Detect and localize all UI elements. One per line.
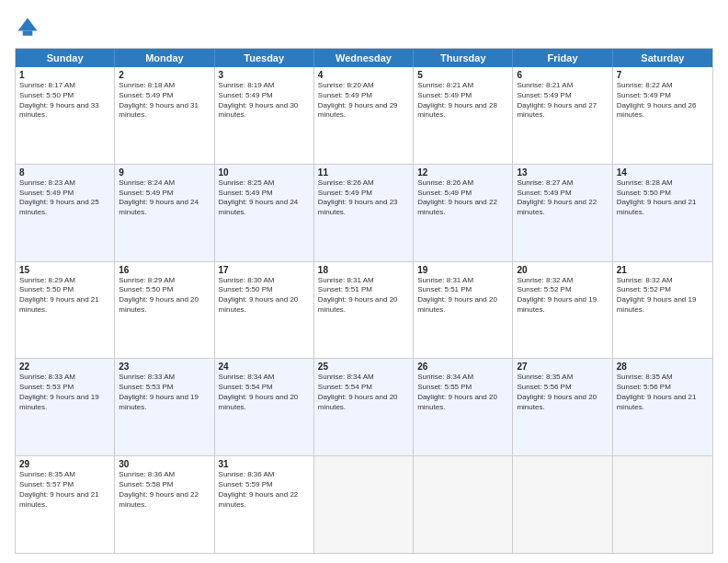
cal-cell-w1d2: 2Sunrise: 8:18 AM Sunset: 5:49 PM Daylig… [115, 67, 214, 164]
day-number: 14 [617, 167, 709, 178]
cal-cell-w2d4: 11Sunrise: 8:26 AM Sunset: 5:49 PM Dayli… [314, 165, 414, 261]
day-number: 13 [517, 167, 608, 178]
cell-info: Sunrise: 8:35 AM Sunset: 5:56 PM Dayligh… [517, 373, 608, 412]
cal-cell-w4d3: 24Sunrise: 8:34 AM Sunset: 5:54 PM Dayli… [215, 359, 314, 455]
cal-cell-w4d1: 22Sunrise: 8:33 AM Sunset: 5:53 PM Dayli… [16, 359, 115, 455]
day-number: 31 [219, 459, 310, 469]
col-monday: Monday [115, 49, 214, 67]
day-number: 3 [219, 70, 310, 80]
cell-info: Sunrise: 8:33 AM Sunset: 5:53 PM Dayligh… [19, 373, 110, 412]
day-number: 9 [119, 167, 210, 178]
week-row-2: 8Sunrise: 8:23 AM Sunset: 5:49 PM Daylig… [16, 165, 712, 262]
col-saturday: Saturday [613, 49, 712, 67]
col-thursday: Thursday [414, 49, 513, 67]
cell-info: Sunrise: 8:25 AM Sunset: 5:49 PM Dayligh… [219, 178, 310, 218]
cal-cell-w3d5: 19Sunrise: 8:31 AM Sunset: 5:51 PM Dayli… [414, 262, 513, 359]
cell-info: Sunrise: 8:24 AM Sunset: 5:49 PM Dayligh… [119, 178, 210, 218]
page: Sunday Monday Tuesday Wednesday Thursday… [0, 0, 728, 563]
svg-marker-0 [18, 18, 38, 31]
cell-info: Sunrise: 8:26 AM Sunset: 5:49 PM Dayligh… [318, 178, 409, 218]
day-number: 7 [617, 70, 709, 80]
cal-cell-w3d1: 15Sunrise: 8:29 AM Sunset: 5:50 PM Dayli… [16, 262, 115, 359]
week-row-3: 15Sunrise: 8:29 AM Sunset: 5:50 PM Dayli… [16, 262, 712, 360]
day-number: 20 [517, 265, 608, 275]
day-number: 24 [219, 362, 310, 372]
cell-info: Sunrise: 8:35 AM Sunset: 5:56 PM Dayligh… [617, 373, 709, 412]
day-number: 23 [119, 362, 210, 372]
cal-cell-w1d1: 1Sunrise: 8:17 AM Sunset: 5:50 PM Daylig… [16, 67, 115, 164]
cal-cell-w3d7: 21Sunrise: 8:32 AM Sunset: 5:52 PM Dayli… [613, 262, 712, 359]
cell-info: Sunrise: 8:26 AM Sunset: 5:49 PM Dayligh… [417, 178, 508, 218]
week-row-1: 1Sunrise: 8:17 AM Sunset: 5:50 PM Daylig… [16, 67, 712, 165]
cal-cell-w2d7: 14Sunrise: 8:28 AM Sunset: 5:50 PM Dayli… [613, 165, 712, 261]
cal-cell-w1d4: 4Sunrise: 8:20 AM Sunset: 5:49 PM Daylig… [314, 67, 414, 164]
cell-info: Sunrise: 8:22 AM Sunset: 5:49 PM Dayligh… [617, 81, 709, 121]
cell-info: Sunrise: 8:34 AM Sunset: 5:55 PM Dayligh… [417, 373, 508, 412]
cell-info: Sunrise: 8:31 AM Sunset: 5:51 PM Dayligh… [318, 276, 409, 316]
day-number: 16 [119, 265, 210, 275]
cell-info: Sunrise: 8:36 AM Sunset: 5:59 PM Dayligh… [219, 470, 310, 510]
day-number: 21 [617, 265, 709, 275]
cal-cell-w3d4: 18Sunrise: 8:31 AM Sunset: 5:51 PM Dayli… [314, 262, 414, 359]
day-number: 19 [417, 265, 508, 275]
cal-cell-w5d6 [513, 456, 612, 553]
cal-cell-w2d2: 9Sunrise: 8:24 AM Sunset: 5:49 PM Daylig… [115, 165, 214, 261]
cell-info: Sunrise: 8:30 AM Sunset: 5:50 PM Dayligh… [219, 276, 310, 316]
cell-info: Sunrise: 8:36 AM Sunset: 5:58 PM Dayligh… [119, 470, 210, 510]
cal-cell-w1d5: 5Sunrise: 8:21 AM Sunset: 5:49 PM Daylig… [414, 67, 513, 164]
cell-info: Sunrise: 8:21 AM Sunset: 5:49 PM Dayligh… [517, 81, 608, 121]
col-friday: Friday [513, 49, 612, 67]
cal-cell-w3d3: 17Sunrise: 8:30 AM Sunset: 5:50 PM Dayli… [215, 262, 314, 359]
cell-info: Sunrise: 8:20 AM Sunset: 5:49 PM Dayligh… [318, 81, 409, 121]
cell-info: Sunrise: 8:18 AM Sunset: 5:49 PM Dayligh… [119, 81, 210, 121]
col-wednesday: Wednesday [314, 49, 414, 67]
week-row-5: 29Sunrise: 8:35 AM Sunset: 5:57 PM Dayli… [16, 456, 712, 553]
cell-info: Sunrise: 8:35 AM Sunset: 5:57 PM Dayligh… [19, 470, 110, 510]
day-number: 11 [318, 167, 409, 178]
day-number: 29 [19, 459, 110, 469]
day-number: 28 [617, 362, 709, 372]
cell-info: Sunrise: 8:31 AM Sunset: 5:51 PM Dayligh… [417, 276, 508, 316]
day-number: 25 [318, 362, 409, 372]
cal-cell-w5d3: 31Sunrise: 8:36 AM Sunset: 5:59 PM Dayli… [215, 456, 314, 553]
cal-cell-w1d7: 7Sunrise: 8:22 AM Sunset: 5:49 PM Daylig… [613, 67, 712, 164]
cell-info: Sunrise: 8:28 AM Sunset: 5:50 PM Dayligh… [617, 178, 709, 218]
calendar-header: Sunday Monday Tuesday Wednesday Thursday… [16, 49, 712, 67]
cal-cell-w2d3: 10Sunrise: 8:25 AM Sunset: 5:49 PM Dayli… [215, 165, 314, 261]
col-sunday: Sunday [16, 49, 115, 67]
cal-cell-w5d7 [613, 456, 712, 553]
day-number: 30 [119, 459, 210, 469]
cal-cell-w5d5 [414, 456, 513, 553]
calendar-body: 1Sunrise: 8:17 AM Sunset: 5:50 PM Daylig… [16, 67, 712, 553]
cell-info: Sunrise: 8:33 AM Sunset: 5:53 PM Dayligh… [119, 373, 210, 412]
day-number: 8 [19, 167, 110, 178]
cal-cell-w4d5: 26Sunrise: 8:34 AM Sunset: 5:55 PM Dayli… [414, 359, 513, 455]
cell-info: Sunrise: 8:19 AM Sunset: 5:49 PM Dayligh… [219, 81, 310, 121]
cal-cell-w5d2: 30Sunrise: 8:36 AM Sunset: 5:58 PM Dayli… [115, 456, 214, 553]
day-number: 26 [417, 362, 508, 372]
svg-rect-1 [23, 31, 33, 36]
cell-info: Sunrise: 8:23 AM Sunset: 5:49 PM Dayligh… [19, 178, 110, 218]
cell-info: Sunrise: 8:29 AM Sunset: 5:50 PM Dayligh… [119, 276, 210, 316]
cal-cell-w1d3: 3Sunrise: 8:19 AM Sunset: 5:49 PM Daylig… [215, 67, 314, 164]
cal-cell-w2d1: 8Sunrise: 8:23 AM Sunset: 5:49 PM Daylig… [16, 165, 115, 261]
header [15, 15, 713, 40]
cell-info: Sunrise: 8:27 AM Sunset: 5:49 PM Dayligh… [517, 178, 608, 218]
cal-cell-w3d6: 20Sunrise: 8:32 AM Sunset: 5:52 PM Dayli… [513, 262, 612, 359]
cal-cell-w2d5: 12Sunrise: 8:26 AM Sunset: 5:49 PM Dayli… [414, 165, 513, 261]
day-number: 4 [318, 70, 409, 80]
cell-info: Sunrise: 8:21 AM Sunset: 5:49 PM Dayligh… [417, 81, 508, 121]
cal-cell-w4d6: 27Sunrise: 8:35 AM Sunset: 5:56 PM Dayli… [513, 359, 612, 455]
day-number: 1 [19, 70, 110, 80]
cell-info: Sunrise: 8:17 AM Sunset: 5:50 PM Dayligh… [19, 81, 110, 121]
col-tuesday: Tuesday [215, 49, 314, 67]
cell-info: Sunrise: 8:34 AM Sunset: 5:54 PM Dayligh… [219, 373, 310, 412]
cal-cell-w5d4 [314, 456, 414, 553]
day-number: 27 [517, 362, 608, 372]
cal-cell-w1d6: 6Sunrise: 8:21 AM Sunset: 5:49 PM Daylig… [513, 67, 612, 164]
cell-info: Sunrise: 8:34 AM Sunset: 5:54 PM Dayligh… [318, 373, 409, 412]
day-number: 15 [19, 265, 110, 275]
cal-cell-w4d2: 23Sunrise: 8:33 AM Sunset: 5:53 PM Dayli… [115, 359, 214, 455]
day-number: 2 [119, 70, 210, 80]
day-number: 10 [219, 167, 310, 178]
